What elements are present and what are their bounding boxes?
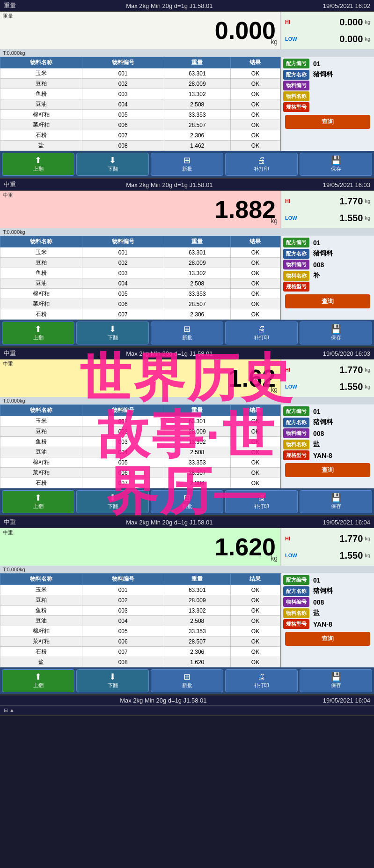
field-label-3[interactable]: 物料名称 bbox=[283, 91, 309, 101]
action-icon-0: ⬆ bbox=[35, 494, 42, 502]
table-cell: 007 bbox=[82, 647, 164, 657]
table-cell: 33.353 bbox=[164, 110, 230, 120]
field-label-3[interactable]: 物料名称 bbox=[283, 440, 309, 449]
field-label-0[interactable]: 配方编号 bbox=[283, 238, 309, 247]
panel-5: Max 2kg Min 20g d=1g J1.58.01 19/05/2021… bbox=[0, 696, 374, 716]
field-label-0[interactable]: 配方编号 bbox=[283, 59, 309, 68]
low-unit-2: kg bbox=[365, 215, 370, 221]
table-cell: 003 bbox=[82, 89, 164, 99]
table-cell: OK bbox=[230, 447, 280, 457]
action-btn-补打印[interactable]: 🖨 补打印 bbox=[225, 153, 298, 176]
weight-side-1: HI 0.000 kg LOW 0.000 kg bbox=[280, 12, 374, 49]
action-btn-上翻[interactable]: ⬆ 上翻 bbox=[2, 669, 74, 692]
top-bar-datetime-5: 19/05/2021 16:04 bbox=[323, 697, 370, 704]
weight-value-2: 1.882 bbox=[215, 197, 276, 222]
action-btn-补打印[interactable]: 🖨 补打印 bbox=[225, 322, 298, 344]
table-cell: 002 bbox=[82, 427, 164, 437]
action-btn-新批[interactable]: ⊞ 新批 bbox=[151, 490, 223, 513]
right-field-4: 规格型号 YAN-8 bbox=[283, 619, 372, 629]
action-btn-补打印[interactable]: 🖨 补打印 bbox=[225, 669, 298, 692]
field-value-1: 猪饲料 bbox=[311, 248, 335, 259]
field-label-2[interactable]: 物料编号 bbox=[283, 81, 309, 90]
action-btn-上翻[interactable]: ⬆ 上翻 bbox=[2, 153, 74, 176]
top-bar-specs-5: Max 2kg Min 20g d=1g J1.58.01 bbox=[120, 697, 206, 704]
right-field-0: 配方编号 01 bbox=[283, 238, 372, 247]
low-unit-1: kg bbox=[365, 36, 370, 42]
query-button-1[interactable]: 查询 bbox=[285, 115, 370, 129]
field-label-1[interactable]: 配方名称 bbox=[283, 70, 309, 80]
field-label-1[interactable]: 配方名称 bbox=[283, 418, 309, 427]
action-btn-下翻[interactable]: ⬇ 下翻 bbox=[76, 669, 149, 692]
action-label-1: 下翻 bbox=[108, 334, 118, 341]
query-button-2[interactable]: 查询 bbox=[285, 294, 370, 308]
action-btn-下翻[interactable]: ⬇ 下翻 bbox=[76, 153, 149, 176]
action-btn-补打印[interactable]: 🖨 补打印 bbox=[225, 490, 298, 513]
query-button-4[interactable]: 查询 bbox=[285, 632, 370, 646]
field-label-3[interactable]: 物料名称 bbox=[283, 271, 309, 281]
table-row: 石粉0072.306OK bbox=[0, 130, 280, 141]
table-header: 物料编号 bbox=[82, 57, 164, 68]
table-cell: 28.009 bbox=[164, 595, 230, 606]
query-button-3[interactable]: 查询 bbox=[285, 463, 370, 477]
action-btn-下翻[interactable]: ⬇ 下翻 bbox=[76, 490, 149, 513]
field-label-2[interactable]: 物料编号 bbox=[283, 260, 309, 269]
field-label-0[interactable]: 配方编号 bbox=[283, 406, 309, 416]
top-bar-1: 重量 Max 2kg Min 20g d=1g J1.58.01 19/05/2… bbox=[0, 0, 374, 12]
table-header: 重量 bbox=[164, 236, 230, 247]
action-label-3: 补打印 bbox=[254, 503, 269, 510]
action-btn-新批[interactable]: ⊞ 新批 bbox=[151, 322, 223, 344]
field-label-4[interactable]: 规格型号 bbox=[283, 102, 309, 112]
table-cell: 007 bbox=[82, 309, 164, 320]
field-label-1[interactable]: 配方名称 bbox=[283, 249, 309, 259]
weight-unit-3: kg bbox=[271, 386, 278, 393]
table-cell: 菜籽粕 bbox=[0, 299, 82, 309]
table-area-1: 物料名称物料编号重量结果 玉米00163.301OK豆粕00228.009OK鱼… bbox=[0, 57, 280, 151]
table-cell: OK bbox=[230, 468, 280, 478]
table-cell: 盐 bbox=[0, 657, 82, 667]
table-cell: OK bbox=[230, 110, 280, 120]
action-btn-上翻[interactable]: ⬆ 上翻 bbox=[2, 490, 74, 513]
weight-area-3: 中重 1.62 kg HI 1.770 kg LOW 1.550 kg bbox=[0, 359, 374, 397]
action-label-1: 下翻 bbox=[108, 682, 118, 689]
table-cell: 33.353 bbox=[164, 626, 230, 636]
table-cell: 豆油 bbox=[0, 99, 82, 110]
field-value-0: 01 bbox=[311, 238, 323, 247]
table-cell: 003 bbox=[82, 268, 164, 278]
table-cell: 菜籽粕 bbox=[0, 636, 82, 647]
action-btn-保存[interactable]: 💾 保存 bbox=[300, 153, 372, 176]
right-field-3: 物料名称 bbox=[283, 91, 372, 101]
table-cell: 盐 bbox=[0, 141, 82, 151]
action-btn-保存[interactable]: 💾 保存 bbox=[300, 490, 372, 513]
table-cell: 006 bbox=[82, 636, 164, 647]
action-label-4: 保存 bbox=[331, 334, 341, 341]
action-btn-新批[interactable]: ⊞ 新批 bbox=[151, 669, 223, 692]
action-btn-保存[interactable]: 💾 保存 bbox=[300, 669, 372, 692]
action-btn-新批[interactable]: ⊞ 新批 bbox=[151, 153, 223, 176]
table-cell: 008 bbox=[82, 141, 164, 151]
field-label-2[interactable]: 物料编号 bbox=[283, 597, 309, 607]
field-label-0[interactable]: 配方编号 bbox=[283, 575, 309, 585]
field-label-4[interactable]: 规格型号 bbox=[283, 450, 309, 460]
top-bar-specs-4: Max 2kg Min 20g d=1g J1.58.01 bbox=[126, 519, 213, 526]
field-label-4[interactable]: 规格型号 bbox=[283, 619, 309, 629]
field-label-4[interactable]: 规格型号 bbox=[283, 282, 309, 292]
action-btn-保存[interactable]: 💾 保存 bbox=[300, 322, 372, 344]
weight-area-2: 中重 1.882 kg HI 1.770 kg LOW 1.550 kg bbox=[0, 191, 374, 228]
table-cell: 63.301 bbox=[164, 247, 230, 258]
field-label-3[interactable]: 物料名称 bbox=[283, 608, 309, 618]
table-header: 重量 bbox=[164, 57, 230, 68]
field-value-1: 猪饲料 bbox=[311, 69, 335, 80]
action-btn-上翻[interactable]: ⬆ 上翻 bbox=[2, 322, 74, 344]
table-cell: 007 bbox=[82, 478, 164, 488]
table-cell: 玉米 bbox=[0, 585, 82, 595]
hi-unit-2: kg bbox=[365, 198, 370, 204]
field-label-2[interactable]: 物料编号 bbox=[283, 428, 309, 438]
weight-low-row-4: LOW 1.550 kg bbox=[285, 550, 370, 561]
field-value-1: 猪饲料 bbox=[311, 586, 335, 596]
hi-label-1: HI bbox=[285, 19, 298, 25]
action-btn-下翻[interactable]: ⬇ 下翻 bbox=[76, 322, 149, 344]
table-cell: 28.009 bbox=[164, 258, 230, 268]
table-area-3: 物料名称物料编号重量结果 玉米00163.301OK豆粕00228.009OK鱼… bbox=[0, 404, 280, 488]
table-cell: OK bbox=[230, 89, 280, 99]
field-label-1[interactable]: 配方名称 bbox=[283, 586, 309, 596]
